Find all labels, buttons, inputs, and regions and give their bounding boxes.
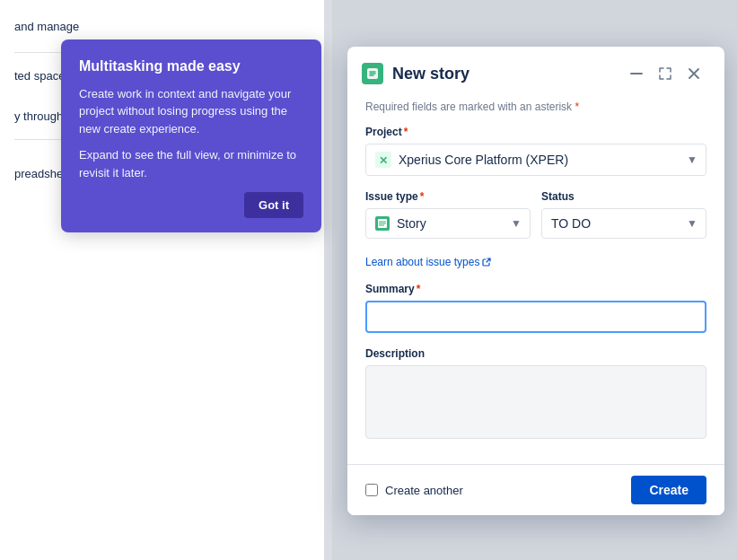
project-group: Project* ✕ Xperius Core Platform (XPER) … [365, 126, 706, 176]
story-type-icon [375, 216, 390, 231]
status-select-wrapper: TO DO ▼ [541, 208, 706, 239]
asterisk: * [575, 101, 579, 113]
learn-issue-types-link[interactable]: Learn about issue types [365, 256, 491, 268]
issue-type-value: Story [397, 216, 426, 231]
expand-button[interactable] [653, 61, 678, 86]
modal-panel: New story Required fields are marke [347, 47, 724, 515]
modal-body: Required fields are marked with an aster… [347, 97, 724, 464]
bg-text-desc1: ted space. [14, 69, 68, 83]
external-link-icon [482, 258, 491, 267]
issue-type-label: Issue type* [365, 190, 531, 203]
description-input[interactable] [365, 365, 706, 439]
project-select-wrapper: ✕ Xperius Core Platform (XPER) ▼ [365, 144, 706, 176]
modal-header: New story [347, 47, 724, 97]
modal-footer: Create another Create [347, 464, 724, 515]
project-x-icon: ✕ [375, 152, 391, 168]
status-label: Status [541, 190, 706, 203]
create-another-checkbox[interactable] [365, 484, 378, 496]
modal-header-actions [624, 61, 706, 86]
summary-input[interactable] [365, 301, 706, 333]
issue-type-select[interactable]: Story [365, 208, 531, 239]
required-note: Required fields are marked with an aster… [365, 97, 706, 113]
tooltip-popup: Multitasking made easy Create work in co… [61, 39, 321, 232]
story-icon [366, 67, 379, 80]
project-select[interactable]: ✕ Xperius Core Platform (XPER) [365, 144, 706, 176]
create-another-wrap: Create another [365, 484, 631, 497]
tooltip-actions: Got it [79, 192, 303, 218]
project-value: Xperius Core Platform (XPER) [399, 153, 677, 167]
close-icon [689, 68, 699, 79]
issue-type-group: Issue type* Story ▼ [365, 190, 531, 239]
expand-icon [659, 67, 671, 80]
issue-type-select-wrapper: Story ▼ [365, 208, 531, 239]
create-another-label[interactable]: Create another [385, 484, 463, 497]
summary-group: Summary* [365, 283, 706, 333]
tooltip-title: Multitasking made easy [79, 57, 303, 76]
description-label: Description [365, 347, 706, 360]
status-group: Status TO DO ▼ [541, 190, 706, 239]
svg-text:✕: ✕ [379, 154, 388, 166]
modal-header-icon [362, 63, 383, 84]
create-button[interactable]: Create [631, 476, 706, 504]
svg-rect-1 [630, 73, 643, 74]
minimize-icon [630, 73, 643, 74]
minimize-button[interactable] [624, 61, 649, 86]
got-it-button[interactable]: Got it [244, 192, 303, 218]
type-status-row: Issue type* Story ▼ [365, 190, 706, 239]
project-label: Project* [365, 126, 706, 138]
tooltip-body: Create work in context and navigate your… [79, 85, 303, 182]
modal-title: New story [392, 65, 624, 83]
description-group: Description [365, 347, 706, 442]
status-select[interactable]: TO DO [541, 208, 706, 239]
close-button[interactable] [681, 61, 706, 86]
bg-text-1: and manage [14, 18, 318, 36]
summary-label: Summary* [365, 283, 706, 295]
